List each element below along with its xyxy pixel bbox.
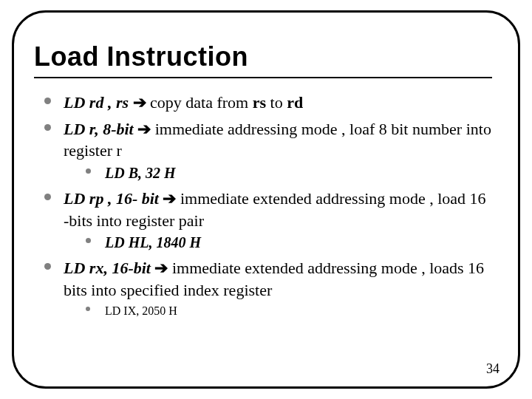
example-text: LD IX, 2050 H [105, 304, 177, 317]
page-number: 34 [486, 361, 499, 377]
arrow-icon: ➔ [137, 120, 151, 138]
instruction-text: LD rx, 16-bit [64, 259, 154, 277]
instruction-text: LD rd , rs [64, 93, 133, 112]
example-text: LD B, 32 H [105, 165, 176, 181]
title-underline [34, 77, 492, 78]
sub-bullet-dot-icon [86, 307, 90, 311]
desc-text: copy data from [146, 93, 253, 112]
slide-body: LD rd , rs ➔ copy data from rs to rd LD … [43, 92, 494, 323]
sub-bullet-item: LD HL, 1840 H [84, 233, 494, 253]
bullet-dot-icon [44, 98, 51, 104]
emph-text: rd [287, 93, 303, 112]
instruction-text: LD r, 8-bit [64, 120, 137, 138]
bullet-dot-icon [44, 263, 51, 270]
example-text: LD HL, 1840 H [105, 234, 201, 250]
sub-bullet-dot-icon [86, 168, 91, 174]
bullet-item-2: LD r, 8-bit ➔ immediate addressing mode … [43, 118, 494, 183]
instruction-text: LD rp , 16- bit [64, 189, 163, 208]
slide: Load Instruction LD rd , rs ➔ copy data … [0, 0, 532, 399]
sub-bullet-item: LD B, 32 H [84, 163, 494, 183]
bullet-dot-icon [44, 194, 51, 200]
sub-bullet-dot-icon [86, 238, 91, 243]
sub-bullet-item: LD IX, 2050 H [84, 303, 494, 319]
slide-title: Load Instruction [34, 41, 248, 72]
bullet-item-1: LD rd , rs ➔ copy data from rs to rd [43, 92, 494, 114]
bullet-dot-icon [44, 124, 51, 131]
arrow-icon: ➔ [163, 189, 176, 208]
arrow-icon: ➔ [133, 93, 146, 112]
arrow-icon: ➔ [154, 259, 168, 277]
bullet-item-4: LD rx, 16-bit ➔ immediate extended addre… [43, 257, 494, 318]
bullet-item-3: LD rp , 16- bit ➔ immediate extended add… [43, 188, 494, 253]
desc-text: to [266, 93, 287, 112]
emph-text: rs [253, 93, 266, 112]
